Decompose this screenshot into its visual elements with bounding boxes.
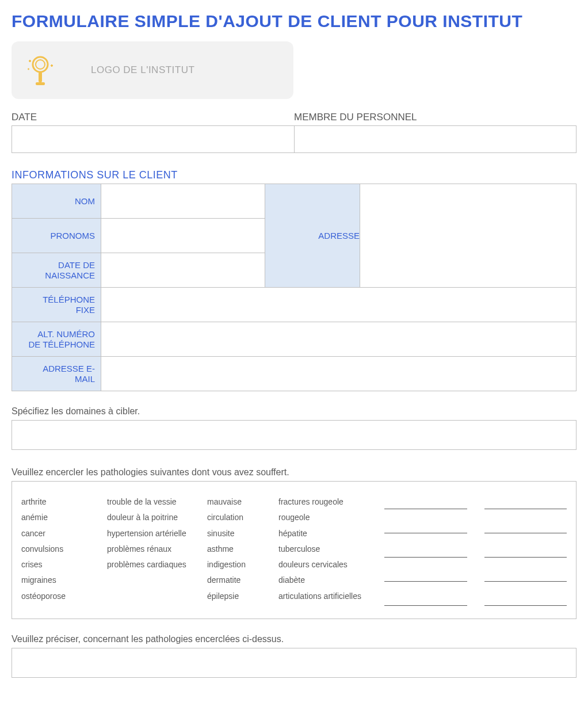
blank-line[interactable] <box>484 571 567 582</box>
blank-line[interactable] <box>384 596 467 606</box>
adresse-label: ADRESSE <box>265 184 360 288</box>
domains-prompt: Spécifiez les domaines à cibler. <box>12 406 576 417</box>
pathologies-box: arthriteanémiecancerconvulsionscrisesmig… <box>12 481 576 619</box>
pathology-item[interactable]: problèmes rénaux <box>107 541 199 557</box>
nom-input[interactable] <box>101 184 265 218</box>
svg-point-1 <box>36 60 45 69</box>
pathology-item[interactable]: crises <box>21 557 99 572</box>
pathology-item[interactable]: cancer <box>21 526 99 541</box>
header-fields-row: DATE MEMBRE DU PERSONNEL <box>12 112 576 153</box>
pathology-item[interactable]: ostéoporose <box>21 589 99 604</box>
pathology-item[interactable]: problèmes cardiaques <box>107 557 199 572</box>
client-info-table: NOM ADRESSE PRONOMS DATE DENAISSANCE TÉL… <box>12 184 576 391</box>
blank-line[interactable] <box>484 499 567 509</box>
domains-input[interactable] <box>12 420 576 450</box>
date-input[interactable] <box>12 125 294 153</box>
blank-line[interactable] <box>484 596 567 606</box>
pathologies-col-1: arthriteanémiecancerconvulsionscrisesmig… <box>21 494 99 606</box>
blank-line[interactable] <box>384 547 467 558</box>
pronoms-label: PRONOMS <box>12 219 101 253</box>
tel-fixe-input[interactable] <box>101 288 576 322</box>
pathology-item[interactable]: diabète <box>278 572 376 588</box>
pathology-item[interactable]: anémie <box>21 510 99 525</box>
staff-label: MEMBRE DU PERSONNEL <box>294 112 576 123</box>
page-title: FORMULAIRE SIMPLE D'AJOUT DE CLIENT POUR… <box>12 12 576 31</box>
tel-fixe-label: TÉLÉPHONEFIXE <box>12 288 101 322</box>
pathology-item[interactable]: convulsions <box>21 541 99 557</box>
pathologies-prompt: Veuillez encercler les pathologies suiva… <box>12 467 576 478</box>
pathology-item[interactable]: sinusite <box>207 526 270 541</box>
precisions-input[interactable] <box>12 648 576 678</box>
pathologies-col-3: mauvaise circulationsinusiteasthmeindige… <box>207 494 270 606</box>
svg-rect-3 <box>36 82 45 85</box>
staff-input[interactable] <box>294 125 576 153</box>
pathologies-col-2: trouble de la vessiedouleur à la poitrin… <box>107 494 199 606</box>
nom-label: NOM <box>12 184 101 219</box>
blank-line[interactable] <box>384 571 467 582</box>
pronoms-input[interactable] <box>101 219 265 253</box>
svg-rect-2 <box>39 72 42 82</box>
pathology-item[interactable]: épilepsie <box>207 589 270 604</box>
pathologies-col-4: fractures rougeolerougeolehépatite tuber… <box>278 494 376 606</box>
pathology-item[interactable]: rougeole <box>278 510 376 525</box>
naissance-label: DATE DENAISSANCE <box>12 253 101 288</box>
svg-point-0 <box>33 57 48 72</box>
pathology-item[interactable]: fractures rougeole <box>278 494 376 510</box>
client-section-title: INFORMATIONS SUR LE CLIENT <box>12 169 576 181</box>
pathology-item[interactable]: articulations artificielles <box>278 589 376 604</box>
pathology-item[interactable]: douleur à la poitrine <box>107 510 199 525</box>
pathology-item[interactable]: asthme <box>207 541 270 557</box>
email-input[interactable] <box>101 357 576 391</box>
logo-placeholder-box: LOGO DE L'INSTITUT <box>12 41 293 99</box>
pathology-item[interactable]: migraines <box>21 572 99 588</box>
adresse-input[interactable] <box>360 183 576 286</box>
pathology-item[interactable]: hépatite <box>278 526 376 541</box>
pathologies-blank-lines <box>384 494 567 606</box>
blank-line[interactable] <box>484 547 567 558</box>
blank-line[interactable] <box>484 523 567 533</box>
logo-placeholder-label: LOGO DE L'INSTITUT <box>91 64 194 76</box>
tel-alt-label: ALT. NUMÉRODE TÉLÉPHONE <box>12 322 101 357</box>
pathology-item[interactable]: trouble de la vessie <box>107 494 199 510</box>
pathology-item[interactable]: tuberculose <box>278 541 376 557</box>
blank-line[interactable] <box>384 523 467 533</box>
date-label: DATE <box>12 112 294 123</box>
pathology-item[interactable]: mauvaise circulation <box>207 494 270 526</box>
pathology-item[interactable]: hypertension artérielle <box>107 526 199 541</box>
pathology-item[interactable]: dermatite <box>207 572 270 588</box>
pathology-item[interactable]: indigestion <box>207 557 270 572</box>
pathology-item[interactable]: douleurs cervicales <box>278 557 376 572</box>
tel-alt-input[interactable] <box>101 322 576 356</box>
blank-line[interactable] <box>384 499 467 509</box>
precisions-prompt: Veuillez préciser, concernant les pathol… <box>12 634 576 644</box>
email-label: ADRESSE E-MAIL <box>12 357 101 391</box>
pathology-item[interactable]: arthrite <box>21 494 99 510</box>
mirror-icon <box>24 53 56 87</box>
naissance-input[interactable] <box>101 253 265 287</box>
